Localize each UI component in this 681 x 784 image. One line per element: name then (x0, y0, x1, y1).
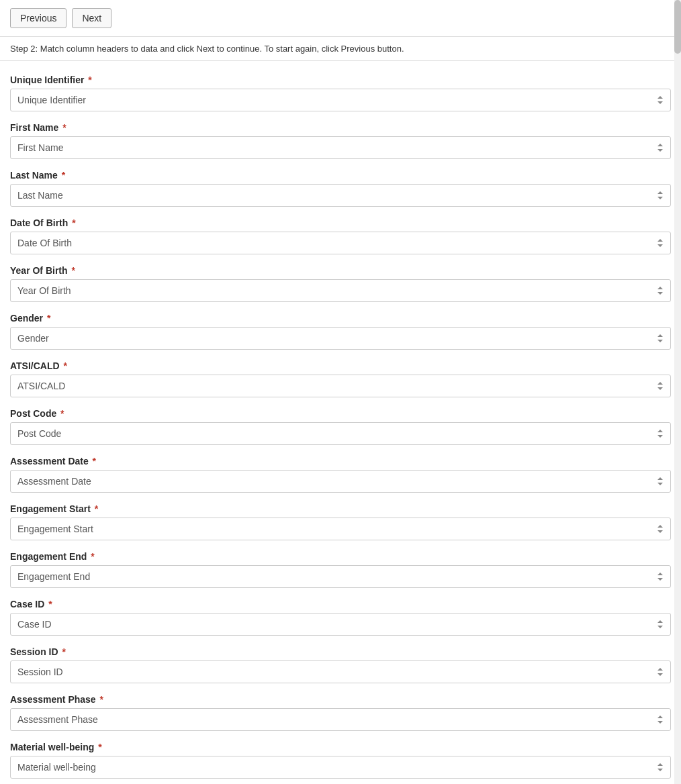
required-marker-material-wellbeing: * (95, 742, 101, 752)
select-material-wellbeing[interactable]: Material well-being (10, 756, 671, 779)
select-session-id[interactable]: Session ID (10, 660, 671, 683)
select-gender[interactable]: Gender (10, 327, 671, 350)
label-last-name: Last Name * (10, 170, 671, 181)
label-assessment-date: Assessment Date * (10, 456, 671, 467)
field-group-case-id: Case ID *Case ID (10, 599, 671, 636)
select-post-code[interactable]: Post Code (10, 422, 671, 445)
label-case-id: Case ID * (10, 599, 671, 609)
select-atsi-cald[interactable]: ATSI/CALD (10, 375, 671, 397)
label-atsi-cald: ATSI/CALD * (10, 360, 671, 371)
required-marker-first-name: * (60, 122, 66, 133)
select-last-name[interactable]: Last Name (10, 184, 671, 207)
select-assessment-phase[interactable]: Assessment Phase (10, 708, 671, 731)
label-engagement-end: Engagement End * (10, 551, 671, 562)
select-assessment-date[interactable]: Assessment Date (10, 470, 671, 493)
field-group-assessment-date: Assessment Date *Assessment Date (10, 456, 671, 493)
required-marker-year-of-birth: * (69, 265, 75, 276)
label-engagement-start: Engagement Start * (10, 503, 671, 514)
required-marker-gender: * (44, 313, 50, 324)
label-unique-identifier: Unique Identifier * (10, 75, 671, 85)
field-group-assessment-phase: Assessment Phase *Assessment Phase (10, 694, 671, 731)
required-marker-atsi-cald: * (61, 360, 67, 371)
scrollbar-track[interactable] (674, 0, 681, 784)
label-assessment-phase: Assessment Phase * (10, 694, 671, 705)
field-group-engagement-end: Engagement End *Engagement End (10, 551, 671, 588)
field-group-post-code: Post Code *Post Code (10, 408, 671, 445)
field-group-atsi-cald: ATSI/CALD *ATSI/CALD (10, 360, 671, 397)
required-marker-engagement-start: * (92, 503, 98, 514)
select-year-of-birth[interactable]: Year Of Birth (10, 279, 671, 302)
select-engagement-end[interactable]: Engagement End (10, 565, 671, 588)
field-group-last-name: Last Name *Last Name (10, 170, 671, 207)
label-session-id: Session ID * (10, 646, 671, 657)
select-case-id[interactable]: Case ID (10, 613, 671, 636)
select-first-name[interactable]: First Name (10, 136, 671, 159)
required-marker-unique-identifier: * (85, 75, 91, 85)
instruction-bar: Step 2: Match column headers to data and… (0, 37, 681, 61)
label-first-name: First Name * (10, 122, 671, 133)
field-group-year-of-birth: Year Of Birth *Year Of Birth (10, 265, 671, 302)
field-group-date-of-birth: Date Of Birth *Date Of Birth (10, 217, 671, 254)
required-marker-case-id: * (46, 599, 52, 609)
required-marker-date-of-birth: * (69, 217, 75, 228)
select-date-of-birth[interactable]: Date Of Birth (10, 232, 671, 254)
required-marker-post-code: * (58, 408, 64, 419)
field-group-gender: Gender *Gender (10, 313, 671, 350)
label-gender: Gender * (10, 313, 671, 324)
required-marker-engagement-end: * (88, 551, 94, 562)
top-navigation-bar: Previous Next (0, 0, 681, 37)
field-group-material-wellbeing: Material well-being *Material well-being (10, 742, 671, 779)
next-button[interactable]: Next (72, 8, 111, 28)
label-year-of-birth: Year Of Birth * (10, 265, 671, 276)
label-post-code: Post Code * (10, 408, 671, 419)
form-container: Unique Identifier *Unique IdentifierFirs… (0, 61, 681, 784)
select-engagement-start[interactable]: Engagement Start (10, 518, 671, 540)
required-marker-last-name: * (59, 170, 65, 181)
required-marker-session-id: * (60, 646, 66, 657)
label-date-of-birth: Date Of Birth * (10, 217, 671, 228)
required-marker-assessment-phase: * (97, 694, 103, 705)
instruction-text: Step 2: Match column headers to data and… (10, 44, 404, 54)
field-group-engagement-start: Engagement Start *Engagement Start (10, 503, 671, 540)
label-material-wellbeing: Material well-being * (10, 742, 671, 752)
field-group-unique-identifier: Unique Identifier *Unique Identifier (10, 75, 671, 111)
field-group-session-id: Session ID *Session ID (10, 646, 671, 683)
scrollbar-thumb[interactable] (674, 0, 681, 54)
field-group-first-name: First Name *First Name (10, 122, 671, 159)
previous-button[interactable]: Previous (10, 8, 66, 28)
select-unique-identifier[interactable]: Unique Identifier (10, 89, 671, 111)
required-marker-assessment-date: * (90, 456, 96, 467)
